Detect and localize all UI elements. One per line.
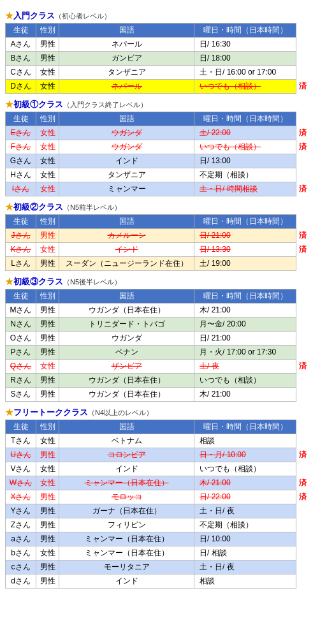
student-gender: 男性 — [36, 257, 59, 271]
section-title-shokyu3: ★初級③クラス（N5後半レベル） — [5, 276, 322, 288]
student-country: スーダン（ニュージーランド在住） — [59, 257, 194, 271]
student-gender: 女性 — [36, 476, 59, 490]
header-性別: 性別 — [36, 289, 59, 304]
student-time: 土/ 22:00 — [194, 126, 296, 140]
student-country: ネパール — [59, 80, 194, 94]
student-gender: 男性 — [36, 560, 59, 574]
student-time: 土・日/ 夜 — [194, 504, 296, 518]
sumi-empty — [296, 318, 308, 332]
table-free: 生徒性別国語曜日・時間（日本時間）Tさん女性ベトナム相談Uさん男性コロンビア日・… — [5, 420, 308, 589]
section-sub: （初心者レベル） — [55, 12, 111, 20]
table-row: dさん男性インド相談 — [6, 574, 308, 589]
header-国語: 国語 — [59, 112, 194, 126]
table-row: Uさん男性コロンビア日・月/ 10:00済 — [6, 448, 308, 462]
student-gender: 女性 — [36, 168, 59, 182]
student-time: 土/ 夜 — [194, 360, 296, 374]
student-country: ウガンダ（日本在住） — [59, 304, 194, 318]
table-row: Jさん男性カメルーン日/ 21:00済 — [6, 229, 308, 243]
student-gender: 女性 — [36, 140, 59, 154]
student-name: aさん — [6, 532, 36, 546]
table-row: cさん男性モーリタニア土・日/ 夜 — [6, 560, 308, 574]
sumi-empty — [296, 546, 308, 560]
student-name: Eさん — [6, 126, 36, 140]
student-country: ベナン — [59, 346, 194, 360]
sumi-empty — [296, 532, 308, 546]
header-性別: 性別 — [36, 24, 59, 38]
student-country: ウガンダ — [59, 140, 194, 154]
table-wrapper-shokyu2: 生徒性別国語曜日・時間（日本時間）Jさん男性カメルーン日/ 21:00済Kさん女… — [5, 214, 308, 271]
section-name: 初級③クラス — [13, 277, 63, 286]
table-row: Kさん女性インド日/ 13:30済 — [6, 243, 308, 257]
student-time: 日/ 18:00 — [194, 52, 296, 66]
student-gender: 男性 — [36, 504, 59, 518]
sumi-badge: 済 — [296, 243, 308, 257]
sumi-empty — [296, 38, 308, 52]
student-name: Dさん — [6, 80, 36, 94]
student-name: Sさん — [6, 388, 36, 402]
student-country: ウガンダ — [59, 126, 194, 140]
table-row: Bさん男性ガンビア日/ 18:00 — [6, 52, 308, 66]
sumi-empty — [296, 462, 308, 476]
table-row: Gさん女性インド日/ 13:00 — [6, 154, 308, 168]
student-country: タンザニア — [59, 66, 194, 80]
sumi-empty — [296, 560, 308, 574]
student-gender: 男性 — [36, 229, 59, 243]
sumi-badge: 済 — [296, 182, 308, 196]
student-name: Iさん — [6, 182, 36, 196]
student-country: モロッコ — [59, 490, 194, 504]
table-row: bさん女性ミャンマー（日本在住）日/ 相談 — [6, 546, 308, 560]
sumi-empty — [296, 388, 308, 402]
sumi-badge: 済 — [296, 476, 308, 490]
table-row: aさん男性ミャンマー（日本在住）日/ 10:00 — [6, 532, 308, 546]
student-country: ガーナ（日本在住） — [59, 504, 194, 518]
student-time: 相談 — [194, 574, 296, 589]
student-name: Yさん — [6, 504, 36, 518]
student-gender: 男性 — [36, 318, 59, 332]
table-shokyu2: 生徒性別国語曜日・時間（日本時間）Jさん男性カメルーン日/ 21:00済Kさん女… — [5, 214, 308, 271]
student-name: Bさん — [6, 52, 36, 66]
student-time: 日/ 13:00 — [194, 154, 296, 168]
table-row: Eさん女性ウガンダ土/ 22:00済 — [6, 126, 308, 140]
student-time: 日/ 相談 — [194, 546, 296, 560]
sumi-empty — [296, 332, 308, 346]
table-row: Iさん女性ミャンマー土・日/ 時間相談済 — [6, 182, 308, 196]
student-time: 日/ 10:00 — [194, 532, 296, 546]
table-row: Aさん男性ネパール日/ 16:30 — [6, 38, 308, 52]
sumi-empty — [296, 154, 308, 168]
table-row: Qさん女性ザンビア土/ 夜済 — [6, 360, 308, 374]
sumi-empty — [296, 66, 308, 80]
student-gender: 女性 — [36, 80, 59, 94]
sumi-empty — [296, 374, 308, 388]
student-time: 日/ 13:30 — [194, 243, 296, 257]
table-row: Sさん男性ウガンダ（日本在住）木/ 21:00 — [6, 388, 308, 402]
student-gender: 男性 — [36, 532, 59, 546]
table-shokyu1: 生徒性別国語曜日・時間（日本時間）Eさん女性ウガンダ土/ 22:00済Fさん女性… — [5, 112, 308, 196]
student-gender: 男性 — [36, 574, 59, 589]
section-name: 初級②クラス — [13, 202, 63, 212]
student-gender: 男性 — [36, 346, 59, 360]
table-wrapper-shokyu1: 生徒性別国語曜日・時間（日本時間）Eさん女性ウガンダ土/ 22:00済Fさん女性… — [5, 112, 308, 196]
student-name: Qさん — [6, 360, 36, 374]
section-sub: （N4以上のレベル） — [88, 409, 153, 416]
student-country: ベトナム — [59, 434, 194, 448]
table-wrapper-shokyu3: 生徒性別国語曜日・時間（日本時間）Mさん男性ウガンダ（日本在住）木/ 21:00… — [5, 289, 308, 402]
student-name: Hさん — [6, 168, 36, 182]
student-time: 日/ 21:00 — [194, 332, 296, 346]
table-row: Xさん男性モロッコ日/ 22:00済 — [6, 490, 308, 504]
sumi-empty — [296, 257, 308, 271]
section-name: フリートーククラス — [13, 407, 88, 417]
student-gender: 女性 — [36, 462, 59, 476]
star-icon: ★ — [5, 407, 13, 417]
sumi-empty — [296, 434, 308, 448]
student-country: フィリピン — [59, 518, 194, 532]
table-row: Fさん女性ウガンダいつでも（相談）済 — [6, 140, 308, 154]
student-time: 日・月/ 10:00 — [194, 448, 296, 462]
student-time: 月・火/ 17:00 or 17:30 — [194, 346, 296, 360]
student-gender: 女性 — [36, 154, 59, 168]
student-country: インド — [59, 574, 194, 589]
sumi-empty — [296, 52, 308, 66]
section-sub: （N5後半レベル） — [63, 278, 121, 286]
sumi-empty — [296, 168, 308, 182]
student-name: Uさん — [6, 448, 36, 462]
student-gender: 女性 — [36, 434, 59, 448]
